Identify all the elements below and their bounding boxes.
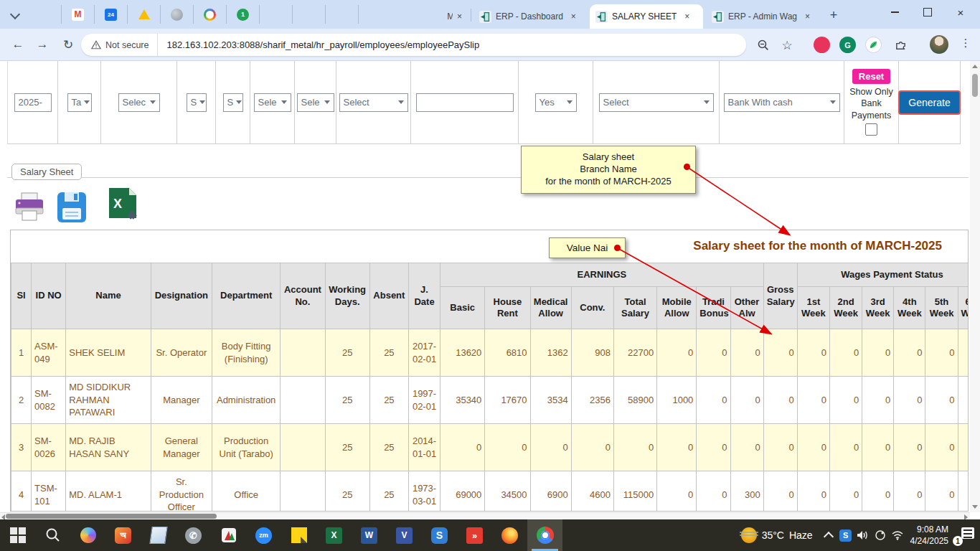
table-cell: 58900: [613, 377, 656, 424]
generate-button[interactable]: Generate: [898, 90, 960, 115]
table-cell: 25: [369, 471, 408, 512]
taskbar-chrome-button[interactable]: [527, 519, 562, 551]
table-cell: 0: [797, 377, 829, 424]
tray-app-circle[interactable]: [872, 519, 889, 551]
vertical-scroll-thumb[interactable]: [972, 74, 978, 97]
pinned-tab-gmail[interactable]: M: [62, 5, 95, 24]
forward-button[interactable]: →: [32, 34, 53, 55]
tab-search-button[interactable]: [6, 6, 24, 24]
pinned-tab-sheets-2[interactable]: [260, 5, 293, 24]
taskbar-word-button[interactable]: W: [352, 519, 387, 551]
filter-select-5[interactable]: Sele: [297, 93, 334, 112]
tab-erp-admin[interactable]: ERP - Admin Wag ×: [706, 4, 819, 29]
close-window-button[interactable]: ×: [944, 0, 977, 24]
security-chip[interactable]: Not secure: [81, 34, 158, 56]
taskbar-photos-button[interactable]: [211, 519, 246, 551]
pinned-tab-drive[interactable]: [128, 5, 161, 24]
filter-select-3[interactable]: S: [223, 93, 243, 112]
tab-md-hafij[interactable]: MD. Hafij - Goog ×: [353, 4, 468, 29]
callout-text: Value Nai: [567, 242, 608, 253]
taskbar-excel-button[interactable]: X: [316, 519, 352, 551]
back-button[interactable]: ←: [7, 34, 29, 55]
filter-text-input[interactable]: [416, 93, 514, 112]
tray-network[interactable]: [889, 519, 906, 551]
table-cell: 0: [829, 377, 862, 424]
pinned-tab-calendar[interactable]: 24: [95, 5, 128, 24]
zoom-indicator-icon[interactable]: [755, 37, 771, 53]
extension-leaf-icon[interactable]: [865, 37, 882, 53]
drive-icon: [138, 9, 150, 19]
month-input[interactable]: [14, 93, 52, 112]
taskbar-clock[interactable]: 9:08 AM 4/24/2025: [910, 524, 948, 547]
filter-select-7[interactable]: Select: [599, 93, 714, 112]
taskbar-notepad-button[interactable]: [141, 519, 176, 551]
payment-type-select[interactable]: Bank With cash: [724, 93, 840, 112]
print-button[interactable]: [13, 191, 46, 227]
scroll-right-icon[interactable]: [964, 514, 968, 519]
close-tab-icon[interactable]: ×: [801, 11, 814, 23]
taskbar-firefox-button[interactable]: [492, 519, 527, 551]
show-only-bank-checkbox[interactable]: [865, 123, 877, 136]
pinned-tab-globe[interactable]: [161, 5, 194, 24]
address-bar[interactable]: Not secure 182.163.102.203:8088/sharif_m…: [81, 34, 746, 56]
taskbar-avro-button[interactable]: অ: [105, 519, 141, 551]
scroll-left-icon[interactable]: [1, 514, 5, 519]
menu-kebab-icon[interactable]: ⋮: [960, 37, 971, 50]
tray-volume[interactable]: [854, 519, 872, 551]
table-cell: 0: [894, 471, 925, 512]
copilot-icon: [80, 527, 96, 543]
taskbar-whatsapp-button[interactable]: ✆: [176, 519, 211, 551]
close-tab-icon[interactable]: ×: [457, 11, 462, 23]
pinned-tab-sheets-3[interactable]: [293, 5, 326, 24]
yes-no-select[interactable]: Yes: [535, 93, 577, 112]
table-cell: [958, 377, 969, 424]
filter-select-4[interactable]: Sele: [254, 93, 291, 112]
profile-avatar[interactable]: [930, 35, 948, 54]
start-button[interactable]: [0, 519, 35, 551]
taskbar-visio-button[interactable]: V: [387, 519, 422, 551]
weather-widget[interactable]: 35°C Haze: [741, 527, 813, 543]
close-tab-icon[interactable]: ×: [567, 11, 580, 23]
pinned-tab-app[interactable]: [194, 5, 227, 24]
pinned-tab-badge[interactable]: 1: [227, 5, 260, 24]
table-cell: 2: [11, 377, 32, 424]
filter-select-1[interactable]: Selec: [118, 93, 160, 112]
salary-sheet-panel: Salary sheet for the month of MARCH-2025…: [10, 230, 969, 512]
chevron-down-icon: [398, 100, 404, 104]
horizontal-scrollbar[interactable]: [0, 512, 970, 519]
scroll-up-icon[interactable]: [972, 65, 978, 68]
filter-select-6[interactable]: Select: [339, 93, 408, 112]
new-tab-button[interactable]: +: [825, 6, 842, 24]
close-tab-icon[interactable]: ×: [681, 11, 693, 23]
grammarly-icon[interactable]: G: [839, 37, 856, 53]
filter-select-2[interactable]: S: [187, 93, 207, 112]
table-cell: 3534: [530, 377, 571, 424]
excel-export-button[interactable]: X: [106, 187, 141, 227]
branch-select[interactable]: Ta: [67, 93, 92, 112]
taskbar-skype-button[interactable]: S: [422, 519, 457, 551]
extension-red-icon[interactable]: [814, 37, 830, 53]
taskbar-zoom-button[interactable]: zm: [246, 519, 281, 551]
tab-erp-dashboard[interactable]: ERP - Dashboard ×: [473, 4, 587, 29]
save-button[interactable]: [56, 191, 88, 227]
bookmark-star-icon[interactable]: ☆: [779, 37, 795, 53]
taskbar-copilot-button[interactable]: [70, 519, 105, 551]
vertical-scrollbar[interactable]: [970, 61, 980, 512]
scroll-down-icon[interactable]: [972, 505, 978, 509]
taskbar-redapp-button[interactable]: »: [457, 519, 492, 551]
tab-salary-sheet-active[interactable]: SALARY SHEET ×: [590, 4, 703, 29]
maximize-button[interactable]: [911, 0, 944, 24]
extensions-puzzle-icon[interactable]: [892, 37, 909, 53]
horizontal-scroll-thumb[interactable]: [6, 514, 217, 519]
notification-center-button[interactable]: 1: [956, 526, 974, 545]
reload-button[interactable]: ↻: [57, 34, 79, 55]
table-cell: [958, 424, 969, 471]
table-cell: 0: [763, 424, 797, 471]
minimize-button[interactable]: [878, 0, 911, 24]
taskbar-stickynotes-button[interactable]: [281, 519, 316, 551]
pinned-tab-sheets[interactable]: [29, 5, 62, 24]
tray-skype[interactable]: S: [837, 519, 854, 551]
taskbar-search-button[interactable]: [35, 519, 70, 551]
reset-button[interactable]: Reset: [852, 69, 890, 84]
tray-chevron-up[interactable]: [820, 519, 837, 551]
